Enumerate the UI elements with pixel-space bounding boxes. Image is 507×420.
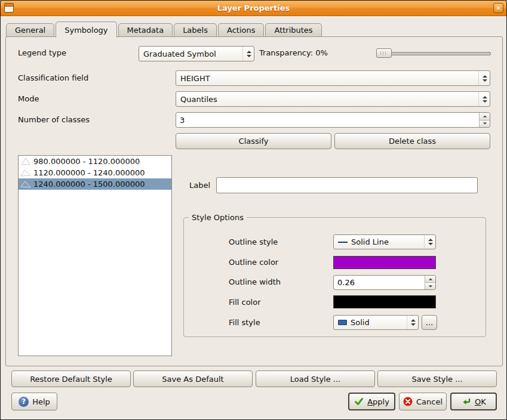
tab-attributes[interactable]: Attributes [265, 23, 321, 37]
class-symbol-icon [20, 168, 32, 177]
tab-labels[interactable]: Labels [174, 23, 217, 37]
chevron-updown-icon [242, 47, 251, 61]
solid-fill-icon [338, 320, 347, 325]
titlebar[interactable]: Layer Properties ✕ [1, 1, 506, 16]
cancel-icon [403, 397, 413, 406]
slider-track[interactable] [376, 52, 491, 55]
enter-arrow-icon [461, 397, 471, 406]
legend-type-label: Legend type [18, 48, 66, 58]
help-icon: ? [19, 397, 29, 407]
mode-label: Mode [18, 94, 39, 104]
close-icon[interactable]: ✕ [493, 3, 503, 13]
outline-color-swatch[interactable] [333, 256, 436, 269]
num-classes-spinner[interactable] [176, 112, 490, 128]
outline-style-select[interactable]: Solid Line [333, 234, 436, 249]
ok-button[interactable]: OK [450, 393, 497, 410]
save-as-default-button[interactable]: Save As Default [133, 370, 253, 387]
tab-symbology[interactable]: Symbology [56, 21, 116, 38]
class-symbol-icon [20, 157, 32, 166]
class-list-item-selected[interactable]: 1240.000000 - 1500.000000 [19, 178, 171, 190]
classification-field-select[interactable]: HEIGHT [176, 70, 490, 86]
legend-type-select[interactable]: Graduated Symbol [139, 46, 254, 61]
fill-style-select[interactable]: Solid [333, 315, 419, 330]
load-style-button[interactable]: Load Style ... [256, 370, 375, 387]
symbology-panel: Legend type Graduated Symbol Transparenc… [5, 36, 503, 366]
mode-select[interactable]: Quantiles [176, 91, 490, 107]
style-options-title: Style Options [189, 212, 247, 223]
help-button[interactable]: ? Help [11, 393, 57, 410]
chevron-updown-icon [424, 235, 433, 249]
label-field-label: Label [189, 181, 210, 190]
classification-field-value: HEIGHT [180, 74, 210, 83]
outline-style-value: Solid Line [351, 237, 389, 246]
save-style-button[interactable]: Save Style ... [377, 370, 497, 387]
spin-down-icon[interactable] [480, 121, 490, 128]
chevron-updown-icon [478, 71, 487, 85]
fill-style-more-button[interactable]: ... [422, 315, 437, 330]
legend-type-value: Graduated Symbol [143, 50, 216, 58]
classify-button[interactable]: Classify [176, 133, 331, 149]
tab-actions[interactable]: Actions [218, 23, 265, 37]
spin-up-icon[interactable] [480, 113, 490, 121]
restore-default-style-button[interactable]: Restore Default Style [11, 370, 131, 387]
classification-field-label: Classification field [18, 73, 88, 83]
fill-color-swatch[interactable] [333, 295, 436, 308]
num-classes-label: Number of classes [18, 115, 90, 125]
outline-width-input[interactable] [334, 276, 425, 289]
tab-bar: General Symbology Metadata Labels Action… [6, 21, 501, 37]
tab-metadata[interactable]: Metadata [118, 23, 173, 37]
outline-style-label: Outline style [229, 237, 278, 247]
class-list-item[interactable]: 980.000000 - 1120.000000 [19, 156, 171, 167]
outline-width-spinner[interactable] [333, 275, 436, 290]
cancel-button[interactable]: Cancel [399, 393, 447, 410]
num-classes-input[interactable] [176, 113, 479, 127]
slider-handle[interactable] [376, 48, 392, 58]
transparency-label: Transparency: 0% [259, 48, 328, 58]
fill-color-label: Fill color [229, 298, 261, 307]
class-symbol-icon [20, 180, 32, 189]
label-input[interactable] [217, 178, 477, 193]
fill-style-label: Fill style [229, 318, 260, 328]
spin-up-icon[interactable] [425, 276, 435, 283]
layer-properties-dialog: Layer Properties ✕ General Symbology Met… [0, 0, 507, 420]
label-input-wrap [216, 177, 478, 193]
solid-line-icon [338, 242, 348, 243]
class-list[interactable]: 980.000000 - 1120.000000 1120.000000 - 1… [18, 155, 172, 356]
delete-class-button[interactable]: Delete class [334, 133, 490, 149]
check-icon [354, 397, 364, 406]
style-options-group: Style Options Outline style Solid Line O… [183, 217, 486, 337]
chevron-updown-icon [407, 316, 416, 329]
fill-style-value: Solid [351, 318, 370, 327]
apply-button[interactable]: Apply [348, 393, 395, 410]
transparency-slider[interactable] [376, 48, 491, 58]
class-list-item[interactable]: 1120.000000 - 1240.000000 [19, 167, 171, 178]
tab-general[interactable]: General [6, 23, 54, 37]
outline-width-label: Outline width [229, 277, 281, 287]
chevron-updown-icon [478, 92, 487, 106]
spin-down-icon[interactable] [425, 283, 435, 289]
window-title: Layer Properties [217, 4, 290, 13]
window-icon [4, 3, 14, 13]
outline-color-label: Outline color [229, 258, 278, 267]
mode-value: Quantiles [180, 95, 217, 104]
